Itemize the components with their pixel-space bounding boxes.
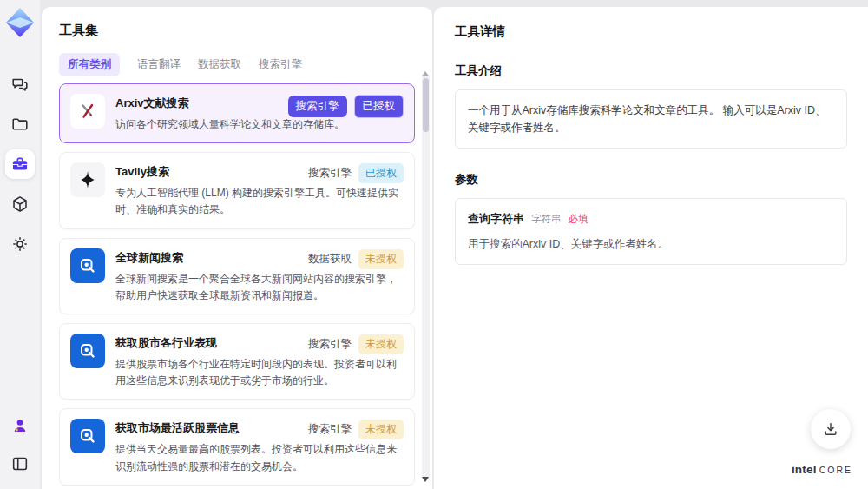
tool-icon — [70, 334, 105, 368]
scrollbar-up-arrow-icon[interactable] — [422, 71, 429, 76]
tool-list: Arxiv文献搜索 访问各个研究领域大量科学论文和文章的存储库。 搜索引擎 已授… — [59, 83, 415, 489]
tool-details-panel: 工具详情 工具介绍 一个用于从Arxiv存储库搜索科学论文和文章的工具。 输入可… — [434, 7, 868, 489]
tool-description: 提供当天交易量最高的股票列表。投资者可以利用这些信息来识别流动性强的股票和潜在的… — [115, 441, 404, 474]
tool-name: Arxiv文献搜索 — [115, 96, 282, 111]
sidebar-item-packages[interactable] — [5, 189, 35, 219]
intel-core-logo: intelCORE — [792, 461, 852, 477]
intro-text-box: 一个用于从Arxiv存储库搜索科学论文和文章的工具。 输入可以是Arxiv ID… — [455, 89, 847, 149]
news-search-icon — [77, 426, 98, 446]
details-title: 工具详情 — [455, 23, 868, 40]
chat-icon — [10, 75, 30, 94]
sidebar-item-chat[interactable] — [5, 69, 35, 99]
category-tabs: 所有类别语言翻译数据获取搜索引擎 — [59, 53, 432, 76]
tool-description: 访问各个研究领域大量科学论文和文章的存储库。 — [115, 116, 404, 133]
param-type: 字符串 — [531, 211, 562, 227]
page-title: 工具集 — [59, 23, 432, 39]
tool-card[interactable]: 获取市场最活跃股票信息 提供当天交易量最高的股票列表。投资者可以利用这些信息来识… — [59, 408, 415, 485]
sidebar-item-account[interactable] — [5, 411, 35, 440]
category-tab[interactable]: 语言翻译 — [137, 53, 181, 76]
tool-name: 全球新闻搜索 — [115, 250, 282, 266]
avatar-icon — [10, 416, 30, 435]
tool-icon — [70, 162, 105, 197]
tool-category-badge: 数据获取 — [308, 252, 352, 267]
tool-category-badge: 搜索引擎 — [308, 166, 352, 181]
tool-name: 获取股市各行业表现 — [115, 335, 282, 351]
sidebar-item-tools[interactable] — [5, 149, 35, 179]
intro-heading: 工具介绍 — [455, 63, 868, 79]
app-sidebar — [0, 0, 40, 489]
tool-category-badge: 搜索引擎 — [308, 422, 352, 437]
tool-status-badge: 已授权 — [354, 95, 404, 118]
param-name: 查询字符串 — [468, 210, 524, 228]
tool-name: 获取市场最活跃股票信息 — [115, 420, 282, 436]
tool-status-badge: 已授权 — [358, 163, 404, 183]
toolbox-icon — [10, 155, 30, 174]
sidebar-item-files[interactable] — [5, 109, 35, 139]
tool-card[interactable]: Arxiv文献搜索 访问各个研究领域大量科学论文和文章的存储库。 搜索引擎 已授… — [59, 83, 415, 143]
sidebar-item-settings[interactable] — [5, 229, 35, 259]
sparkle-icon — [76, 169, 99, 191]
tool-icon — [70, 419, 105, 453]
tool-name: Tavily搜索 — [115, 164, 282, 180]
folder-icon — [10, 115, 30, 134]
arxiv-icon — [77, 101, 98, 122]
tool-icon — [70, 248, 105, 283]
gear-icon — [10, 235, 30, 254]
tool-status-badge: 未授权 — [358, 249, 404, 269]
tool-status-badge: 未授权 — [358, 420, 404, 439]
category-tab[interactable]: 搜索引擎 — [259, 53, 302, 76]
panel-toggle-icon — [10, 454, 30, 473]
tool-category-badge: 搜索引擎 — [308, 337, 352, 352]
list-scrollbar[interactable] — [422, 73, 430, 480]
tool-list-panel: 工具集 所有类别语言翻译数据获取搜索引擎 Arxiv文献搜索 访问各个研究领域大… — [42, 7, 432, 489]
download-icon — [822, 420, 839, 438]
intro-text: 一个用于从Arxiv存储库搜索科学论文和文章的工具。 输入可以是Arxiv ID… — [468, 104, 826, 134]
download-button[interactable] — [811, 409, 851, 449]
tool-description: 专为人工智能代理 (LLM) 构建的搜索引擎工具。可快速提供实时、准确和真实的结… — [115, 185, 404, 218]
category-tab[interactable]: 所有类别 — [59, 53, 120, 76]
tool-card[interactable]: Tavily搜索 专为人工智能代理 (LLM) 构建的搜索引擎工具。可快速提供实… — [59, 152, 415, 228]
app-logo — [6, 8, 34, 37]
param-description: 用于搜索的Arxiv ID、关键字或作者姓名。 — [468, 235, 834, 253]
tool-status-badge: 未授权 — [358, 334, 404, 354]
sidebar-item-panel-toggle[interactable] — [5, 449, 35, 479]
tool-category-badge: 搜索引擎 — [288, 96, 347, 117]
brand-core: CORE — [819, 465, 852, 475]
search-icon — [77, 340, 98, 361]
scrollbar-down-arrow-icon[interactable] — [422, 477, 429, 482]
tool-description: 提供股票市场各个行业在特定时间段内的表现。投资者可以利用这些信息来识别表现优于或… — [115, 356, 404, 389]
tool-card[interactable]: 获取股市各行业表现 提供股票市场各个行业在特定时间段内的表现。投资者可以利用这些… — [59, 323, 415, 400]
param-box: 查询字符串 字符串 必填 用于搜索的Arxiv ID、关键字或作者姓名。 — [455, 198, 847, 265]
category-tab[interactable]: 数据获取 — [198, 53, 241, 76]
param-required-badge: 必填 — [569, 211, 589, 227]
params-heading: 参数 — [455, 172, 868, 188]
tool-description: 全球新闻搜索是一个聚合全球各大新闻网站内容的搜索引擎，帮助用户快速获取全球最新资… — [115, 271, 404, 304]
tool-card[interactable]: 全球新闻搜索 全球新闻搜索是一个聚合全球各大新闻网站内容的搜索引擎，帮助用户快速… — [59, 238, 415, 314]
brand-intel: intel — [792, 463, 817, 476]
cube-icon — [10, 195, 30, 214]
tool-icon — [70, 94, 105, 129]
scrollbar-thumb[interactable] — [423, 78, 429, 132]
search-icon — [77, 255, 98, 276]
